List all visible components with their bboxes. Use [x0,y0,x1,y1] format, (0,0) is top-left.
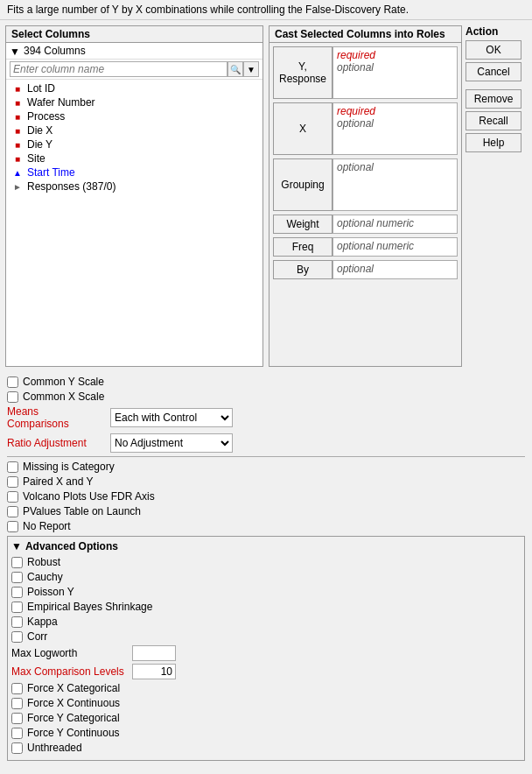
list-item[interactable]: ■ Die Y [6,137,262,151]
corr-row: Corr [11,630,521,643]
common-y-scale-checkbox[interactable] [7,376,18,388]
ratio-adjustment-label: Ratio Adjustment [7,437,103,449]
search-menu-button[interactable]: ▼ [243,61,259,77]
common-x-scale-row: Common X Scale [7,391,525,403]
force-y-continuous-checkbox[interactable] [11,728,23,739]
cast-btn-x[interactable]: X [273,102,332,155]
numeric-icon: ■ [11,110,24,123]
common-x-scale-checkbox[interactable] [7,391,18,403]
recall-button[interactable]: Recall [466,111,522,130]
ratio-adjustment-select[interactable]: No Adjustment Bonferroni FDR [110,433,233,453]
missing-is-category-label: Missing is Category [23,461,115,473]
col-name: Process [27,110,65,123]
unthreaded-label: Unthreaded [27,742,82,754]
column-count-row: ▼ 394 Columns [6,43,262,60]
max-comparison-levels-row: Max Comparison Levels [11,664,521,679]
cast-drop-x[interactable]: required optional [332,102,458,155]
empirical-bayes-label: Empirical Bayes Shrinkage [27,601,152,613]
force-y-categorical-checkbox[interactable] [11,713,23,724]
col-name: Lot ID [27,82,55,95]
max-comparison-levels-input[interactable] [132,664,176,679]
bottom-options-area: Common Y Scale Common X Scale Means Comp… [0,372,532,764]
pvalues-table-checkbox[interactable] [7,506,18,517]
cast-btn-y-response[interactable]: Y, Response [273,46,332,99]
volcano-plots-row: Volcano Plots Use FDR Axis [7,490,525,503]
volcano-plots-checkbox[interactable] [7,491,18,503]
role-optional-x: optional [337,117,453,130]
kappa-checkbox[interactable] [11,616,23,628]
ok-button[interactable]: OK [466,40,522,60]
force-y-categorical-row: Force Y Categorical [11,712,521,724]
cast-drop-freq[interactable]: optional numeric [332,237,458,257]
advanced-collapse-icon[interactable]: ▼ [11,540,22,552]
list-item[interactable]: ► Responses (387/0) [6,179,262,194]
col-name: Die X [27,124,52,137]
cauchy-checkbox[interactable] [11,572,23,583]
empirical-bayes-checkbox[interactable] [11,602,23,613]
list-item[interactable]: ▲ Start Time [6,165,262,179]
role-optional-freq: optional numeric [337,240,453,252]
role-optional-weight: optional numeric [337,217,453,229]
cast-btn-by[interactable]: By [273,260,332,279]
poisson-y-row: Poisson Y [11,586,521,598]
list-item[interactable]: ■ Wafer Number [6,95,262,109]
list-item[interactable]: ■ Die X [6,123,262,137]
robust-checkbox[interactable] [11,557,23,568]
cast-drop-y-response[interactable]: required optional [332,46,458,99]
cast-drop-grouping[interactable]: optional [332,158,458,211]
search-row: 🔍 ▼ [6,60,262,80]
numeric-icon: ■ [11,152,24,165]
list-item[interactable]: ■ Process [6,109,262,123]
remove-button[interactable]: Remove [466,89,522,109]
collapse-icon[interactable]: ▼ [10,46,20,56]
ratio-adjustment-row: Ratio Adjustment No Adjustment Bonferron… [7,433,525,453]
unthreaded-checkbox[interactable] [11,742,23,754]
cast-row-x: X required optional [273,102,458,155]
pvalues-table-label: PValues Table on Launch [23,505,141,517]
role-required-x: required [337,105,453,117]
means-comparisons-row: Means Comparisons Each with Control All … [7,405,525,430]
paired-x-and-y-checkbox[interactable] [7,476,18,488]
common-y-scale-label: Common Y Scale [23,376,104,388]
pvalues-table-row: PValues Table on Launch [7,505,525,517]
force-x-continuous-checkbox[interactable] [11,698,23,709]
numeric-icon: ■ [11,124,24,137]
no-report-checkbox[interactable] [7,521,18,532]
cast-btn-freq[interactable]: Freq [273,237,332,257]
common-y-scale-row: Common Y Scale [7,376,525,388]
missing-is-category-row: Missing is Category [7,461,525,473]
cast-btn-grouping[interactable]: Grouping [273,158,332,211]
cast-drop-by[interactable]: optional [332,260,458,279]
cast-btn-weight[interactable]: Weight [273,215,332,234]
cast-drop-weight[interactable]: optional numeric [332,215,458,234]
poisson-y-checkbox[interactable] [11,587,23,598]
list-item[interactable]: ■ Site [6,151,262,165]
paired-x-and-y-row: Paired X and Y [7,475,525,488]
action-panel: Action OK Cancel Remove Recall Help [466,25,527,155]
role-required-y: required [337,49,453,61]
force-x-categorical-checkbox[interactable] [11,683,23,694]
description-text: Fits a large number of Y by X combinatio… [7,4,409,16]
missing-is-category-checkbox[interactable] [7,461,18,473]
select-columns-title: Select Columns [6,26,262,43]
cast-row-grouping: Grouping optional [273,158,458,211]
role-optional-grouping: optional [337,161,453,173]
corr-checkbox[interactable] [11,631,23,643]
means-comparisons-select[interactable]: Each with Control All Pairs With Best No… [110,408,233,427]
max-logworth-row: Max Logworth [11,645,521,661]
means-comparisons-label: Means Comparisons [7,405,103,430]
force-y-continuous-row: Force Y Continuous [11,727,521,739]
max-logworth-input[interactable] [132,645,176,661]
list-item[interactable]: ■ Lot ID [6,81,262,95]
search-input[interactable] [10,61,228,77]
unthreaded-row: Unthreaded [11,742,521,754]
volcano-plots-label: Volcano Plots Use FDR Axis [23,490,155,503]
col-name: Site [27,152,46,165]
max-comparison-levels-label: Max Comparison Levels [11,665,125,678]
corr-label: Corr [27,630,47,643]
empirical-bayes-row: Empirical Bayes Shrinkage [11,601,521,613]
help-button[interactable]: Help [466,133,522,152]
cancel-button[interactable]: Cancel [466,62,522,81]
search-button[interactable]: 🔍 [228,61,243,77]
force-x-continuous-label: Force X Continuous [27,697,120,709]
